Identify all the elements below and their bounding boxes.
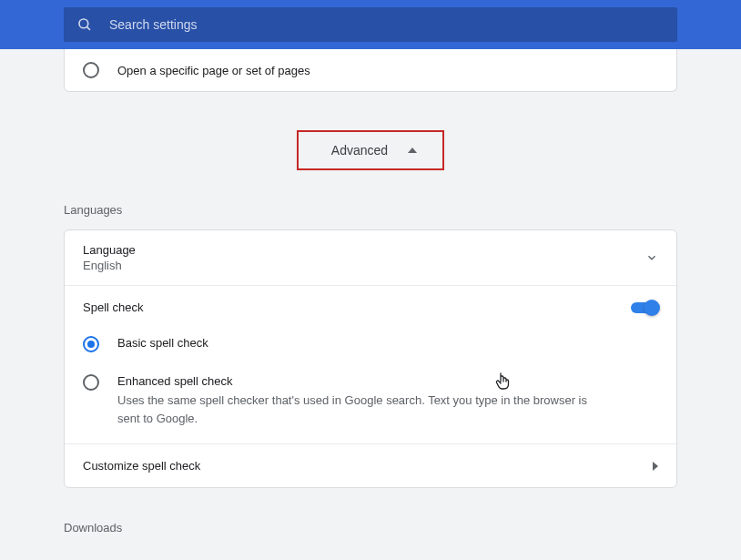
spell-check-label: Spell check [83, 300, 143, 314]
chevron-up-icon [408, 148, 417, 153]
radio-unselected-icon [83, 62, 99, 78]
svg-line-1 [86, 26, 90, 30]
language-text: Language English [83, 243, 136, 272]
spell-check-row: Spell check [65, 286, 676, 329]
svg-point-0 [79, 19, 88, 28]
enhanced-spell-check-option[interactable]: Enhanced spell check Uses the same spell… [65, 367, 676, 434]
languages-section-title: Languages [64, 203, 677, 217]
search-placeholder: Search settings [109, 17, 198, 32]
radio-selected-icon [83, 336, 99, 352]
startup-open-specific-option[interactable]: Open a specific page or set of pages [65, 49, 676, 91]
languages-card: Language English Spell check Basic spell… [64, 229, 677, 488]
basic-spell-check-option[interactable]: Basic spell check [65, 329, 676, 360]
enhanced-spell-check-desc: Uses the same spell checker that's used … [117, 392, 604, 427]
language-label: Language [83, 243, 136, 257]
startup-open-specific-label: Open a specific page or set of pages [117, 64, 310, 77]
startup-card: Open a specific page or set of pages [64, 49, 677, 92]
header-bar: Search settings [0, 0, 741, 49]
customize-spell-check-row[interactable]: Customize spell check [65, 443, 676, 487]
spell-check-toggle[interactable] [631, 302, 658, 313]
customize-spell-check-label: Customize spell check [83, 459, 200, 473]
search-icon [76, 16, 93, 33]
basic-spell-check-body: Basic spell check [117, 336, 658, 350]
enhanced-spell-check-title: Enhanced spell check [117, 374, 604, 388]
advanced-section: Advanced [64, 130, 677, 170]
language-row[interactable]: Language English [65, 230, 676, 286]
advanced-toggle-button[interactable]: Advanced [297, 130, 444, 170]
search-settings-input[interactable]: Search settings [64, 7, 677, 42]
downloads-section-title: Downloads [64, 521, 677, 535]
chevron-right-icon [653, 462, 658, 471]
basic-spell-check-title: Basic spell check [117, 336, 604, 350]
language-value: English [83, 259, 136, 272]
chevron-down-icon [645, 251, 658, 264]
radio-unselected-icon [83, 374, 99, 391]
enhanced-spell-check-body: Enhanced spell check Uses the same spell… [117, 374, 658, 427]
advanced-label: Advanced [331, 143, 388, 158]
content: Open a specific page or set of pages Adv… [0, 49, 741, 535]
